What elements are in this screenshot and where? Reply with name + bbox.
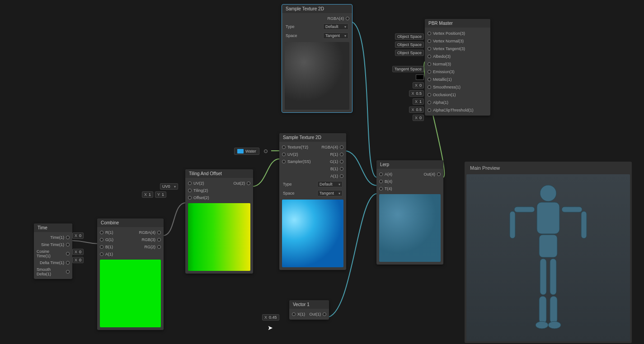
port[interactable] xyxy=(428,39,431,43)
node-tiling-offset[interactable]: Tiling And Offset UV(2) Out(2) Tiling(2)… xyxy=(185,169,253,274)
port[interactable] xyxy=(428,70,431,74)
node-vector1[interactable]: Vector 1 X(1) Out(1) xyxy=(289,300,329,320)
port[interactable] xyxy=(340,174,343,178)
pbr-label: Normal(3) xyxy=(433,62,451,66)
value-pill[interactable]: X0.5 xyxy=(409,90,424,97)
pbr-input-row: Normal(3) xyxy=(425,60,490,68)
node-time[interactable]: Time Time(1) Sine Time(1) Cosine Time(1)… xyxy=(34,223,72,279)
node-pbr-master[interactable]: PBR Master Vertex Position(3)Vertex Norm… xyxy=(425,19,490,116)
port[interactable] xyxy=(100,252,103,256)
port[interactable] xyxy=(157,231,161,234)
port[interactable] xyxy=(323,312,326,316)
port[interactable] xyxy=(100,238,103,242)
port[interactable] xyxy=(292,312,296,316)
port[interactable] xyxy=(346,17,349,20)
combine-b-input-field[interactable]: X0 xyxy=(72,249,84,255)
port[interactable] xyxy=(379,180,383,183)
port[interactable] xyxy=(247,181,250,185)
port[interactable] xyxy=(379,172,383,176)
port-cosine-time: Cosine Time(1) xyxy=(37,249,64,258)
space-dropdown[interactable]: Tangent xyxy=(317,190,343,196)
node-sample-texture-2[interactable]: Sample Texture 2D Texture(T2) RGBA(4) UV… xyxy=(279,133,346,270)
port[interactable] xyxy=(340,167,343,171)
sample1-preview xyxy=(285,42,349,110)
port[interactable] xyxy=(428,62,431,66)
port[interactable] xyxy=(428,47,431,51)
value-pill[interactable]: X0 xyxy=(413,82,424,88)
type-dropdown[interactable]: Default xyxy=(317,181,343,187)
port[interactable] xyxy=(340,160,343,163)
node-title: Lerp xyxy=(376,160,443,169)
node-combine[interactable]: Combine R(1) RGBA(4) G(1) RGB(3) B(1) RG… xyxy=(97,218,164,330)
port[interactable] xyxy=(428,101,431,104)
port-sampler: Sampler(SS) xyxy=(287,159,311,164)
value-pill[interactable]: X0.5 xyxy=(409,107,424,113)
port[interactable] xyxy=(428,32,431,35)
water-property-node[interactable]: Water xyxy=(234,148,268,155)
port[interactable] xyxy=(188,181,192,185)
param-space-label: Space xyxy=(283,191,295,195)
port[interactable] xyxy=(157,245,161,249)
port[interactable] xyxy=(66,236,70,239)
space-pill[interactable]: Object Space xyxy=(395,42,424,48)
port-offset: Offset(2) xyxy=(193,195,209,200)
space-pill[interactable]: Tangent Space xyxy=(392,66,424,72)
combine-r-input-field[interactable]: X0 xyxy=(72,232,84,239)
port[interactable] xyxy=(100,245,103,249)
port[interactable] xyxy=(379,187,383,191)
port[interactable] xyxy=(428,93,431,97)
node-title: Time xyxy=(34,223,72,232)
port[interactable] xyxy=(428,78,431,81)
tiling-uv-dropdown[interactable]: UV0 xyxy=(160,183,178,190)
label: Water xyxy=(245,149,256,153)
svg-rect-4 xyxy=(562,207,582,212)
node-sample-texture-1[interactable]: Sample Texture 2D RGBA(4) TypeDefault Sp… xyxy=(282,5,352,112)
port[interactable] xyxy=(66,252,70,256)
port[interactable] xyxy=(264,149,268,153)
port[interactable] xyxy=(282,153,286,156)
space-pill[interactable]: Object Space xyxy=(395,33,424,40)
port[interactable] xyxy=(282,145,286,149)
port[interactable] xyxy=(428,55,431,58)
emission-swatch[interactable] xyxy=(416,74,424,80)
value-pill[interactable]: X0 xyxy=(413,115,424,121)
node-title: Vector 1 xyxy=(289,300,329,309)
port[interactable] xyxy=(66,261,70,265)
port-b: B(1) xyxy=(105,245,113,249)
port-smooth-delta: Smooth Delta(1) xyxy=(37,267,64,276)
space-pill[interactable]: Object Space xyxy=(395,50,424,56)
port-rgba: RGBA(4) xyxy=(327,16,344,21)
vector1-input-field[interactable]: X0.45 xyxy=(262,314,279,321)
port[interactable] xyxy=(340,153,343,156)
space-dropdown[interactable]: Tangent xyxy=(323,33,348,39)
pbr-input-row: Smoothness(1) xyxy=(425,83,490,91)
pbr-input-row: Emission(3) xyxy=(425,68,490,75)
port[interactable] xyxy=(428,85,431,89)
port[interactable] xyxy=(66,270,70,274)
combine-a-input-field[interactable]: X0 xyxy=(72,257,84,263)
port[interactable] xyxy=(188,196,192,200)
port-out: Out(4) xyxy=(423,172,435,177)
port[interactable] xyxy=(340,145,343,149)
port[interactable] xyxy=(437,172,441,176)
port[interactable] xyxy=(66,243,70,246)
port-r: R(1) xyxy=(330,152,338,157)
pbr-input-row: AlphaClipThreshold(1) xyxy=(425,106,490,114)
val: 0 xyxy=(419,116,422,120)
port[interactable] xyxy=(157,238,161,242)
pbr-input-row: Metallic(1) xyxy=(425,75,490,83)
port[interactable] xyxy=(188,189,192,192)
port[interactable] xyxy=(428,108,431,112)
port[interactable] xyxy=(282,160,286,163)
value-pill[interactable]: X1 xyxy=(413,98,424,105)
pbr-label: Occlusion(1) xyxy=(433,93,456,97)
port-uv: UV(2) xyxy=(193,181,204,186)
preview-viewport[interactable] xyxy=(466,174,630,341)
type-dropdown[interactable]: Default xyxy=(323,23,348,30)
combine-preview xyxy=(100,260,161,327)
port-g: G(1) xyxy=(330,159,338,164)
main-preview-panel[interactable]: Main Preview xyxy=(465,162,632,343)
node-lerp[interactable]: Lerp A(4) Out(4) B(4) T(4) xyxy=(376,160,443,265)
port[interactable] xyxy=(100,231,103,234)
tiling-xy-fields[interactable]: X1 Y1 xyxy=(142,191,166,198)
